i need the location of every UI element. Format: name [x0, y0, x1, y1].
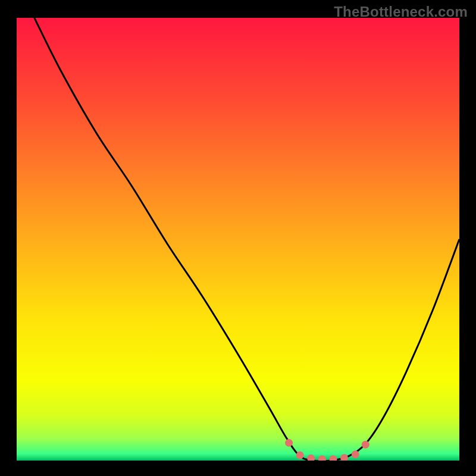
brand-watermark: TheBottleneck.com	[334, 4, 468, 20]
optimal-dot	[329, 455, 337, 463]
optimal-dot	[318, 455, 326, 463]
bottleneck-chart: TheBottleneck.com	[0, 0, 476, 476]
gradient-background	[17, 18, 459, 461]
optimal-dot	[362, 441, 369, 449]
chart-canvas	[0, 0, 476, 476]
optimal-dot	[296, 452, 304, 459]
optimal-dot	[352, 450, 359, 458]
optimal-dot	[340, 454, 348, 462]
optimal-dot	[307, 455, 315, 462]
optimal-dot	[285, 439, 293, 447]
